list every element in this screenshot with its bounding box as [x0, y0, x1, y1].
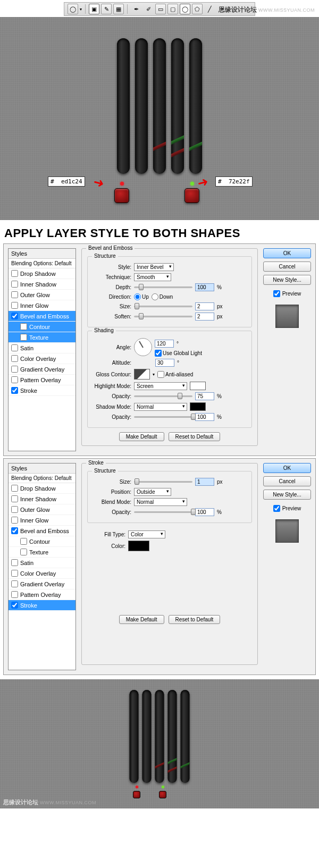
technique-dropdown[interactable]: Smooth — [134, 273, 171, 281]
bar — [153, 38, 166, 174]
rectangle-icon[interactable]: ▭ — [155, 4, 166, 14]
style-item-outer-glow[interactable]: Outer Glow — [9, 290, 75, 300]
altitude-input[interactable] — [155, 359, 174, 367]
chevron-down-icon[interactable]: ▾ — [153, 372, 155, 377]
bar-group — [117, 38, 202, 174]
style-item-inner-glow[interactable]: Inner Glow — [9, 515, 75, 526]
style-item-inner-shadow[interactable]: Inner Shadow — [9, 494, 75, 504]
size-slider[interactable] — [134, 306, 192, 307]
shape-layers-icon[interactable]: ▣ — [89, 4, 99, 14]
soften-slider[interactable] — [134, 316, 192, 317]
new-style-button[interactable]: New Style... — [263, 490, 311, 500]
style-item-drop-shadow[interactable]: Drop Shadow — [9, 483, 75, 494]
direction-down-radio[interactable]: Down — [152, 293, 173, 300]
angle-input[interactable] — [155, 340, 174, 348]
style-item-satin[interactable]: Satin — [9, 343, 75, 353]
style-item-pattern-overlay[interactable]: Pattern Overlay — [9, 375, 75, 385]
shadow-mode-dropdown[interactable]: Normal — [134, 403, 187, 411]
style-item-color-overlay[interactable]: Color Overlay — [9, 353, 75, 364]
ellipse-tool-icon[interactable]: ◯ — [68, 4, 78, 14]
polygon-icon[interactable]: ⬠ — [192, 4, 203, 14]
freeform-pen-icon[interactable]: ✐ — [143, 4, 154, 14]
size-input[interactable] — [195, 302, 214, 310]
highlight-opacity-slider[interactable] — [134, 395, 192, 397]
ok-button[interactable]: OK — [263, 248, 311, 258]
bar — [181, 690, 190, 783]
style-item-inner-glow[interactable]: Inner Glow — [9, 300, 75, 311]
style-item-inner-shadow[interactable]: Inner Shadow — [9, 279, 75, 290]
position-dropdown[interactable]: Outside — [134, 488, 171, 496]
angle-control[interactable] — [134, 338, 152, 356]
watermark: 思缘设计论坛 WWW.MISSYUAN.COM — [3, 798, 96, 806]
stroke-opacity-input[interactable] — [195, 508, 214, 516]
preview-checkbox[interactable]: Preview — [263, 505, 311, 512]
sub-legend: Structure — [92, 468, 118, 474]
style-dropdown[interactable]: Inner Bevel — [134, 263, 174, 271]
styles-list: Styles Blending Options: Default Drop Sh… — [8, 463, 76, 670]
hex-red-label: # ed1c24 — [48, 176, 85, 187]
style-item-texture[interactable]: Texture — [9, 547, 75, 558]
ok-button[interactable]: OK — [263, 463, 311, 473]
highlight-mode-dropdown[interactable]: Screen — [134, 382, 187, 390]
highlight-color-swatch[interactable] — [190, 382, 206, 390]
style-item-satin[interactable]: Satin — [9, 558, 75, 568]
style-item-stroke[interactable]: Stroke — [9, 385, 75, 396]
style-item-gradient-overlay[interactable]: Gradient Overlay — [9, 579, 75, 589]
stroke-size-input[interactable] — [195, 478, 214, 486]
stroke-opacity-slider[interactable] — [134, 511, 192, 513]
label: Angle: — [93, 344, 131, 350]
global-light-checkbox[interactable]: Use Global Light — [155, 350, 202, 357]
style-item-pattern-overlay[interactable]: Pattern Overlay — [9, 589, 75, 600]
new-style-button[interactable]: New Style... — [263, 275, 311, 285]
label: Position: — [93, 489, 131, 495]
cancel-button[interactable]: Cancel — [263, 262, 311, 272]
anti-aliased-checkbox[interactable]: Anti-aliased — [157, 371, 193, 378]
reset-default-button[interactable]: Reset to Default — [169, 615, 221, 624]
red-button-shape — [133, 791, 140, 798]
fill-type-dropdown[interactable]: Color — [128, 530, 165, 538]
style-item-contour[interactable]: Contour — [9, 322, 75, 332]
style-item-color-overlay[interactable]: Color Overlay — [9, 568, 75, 579]
blending-options[interactable]: Blending Options: Default — [9, 259, 75, 268]
direction-up-radio[interactable]: Up — [134, 293, 149, 300]
depth-slider[interactable] — [134, 286, 192, 288]
ellipse-icon[interactable]: ◯ — [180, 4, 190, 14]
style-item-gradient-overlay[interactable]: Gradient Overlay — [9, 364, 75, 375]
style-item-bevel-and-emboss[interactable]: Bevel and Emboss — [9, 311, 75, 322]
style-item-contour[interactable]: Contour — [9, 536, 75, 547]
stroke-color-swatch[interactable] — [128, 541, 149, 551]
styles-header[interactable]: Styles — [9, 464, 75, 474]
layer-style-dialog-stroke: Styles Blending Options: Default Drop Sh… — [3, 458, 316, 675]
rounded-rect-icon[interactable]: ▢ — [167, 4, 178, 14]
label: Opacity: — [93, 509, 131, 515]
stroke-size-slider[interactable] — [134, 481, 192, 483]
blend-mode-dropdown[interactable]: Normal — [134, 498, 187, 506]
shadow-color-swatch[interactable] — [190, 402, 206, 411]
style-item-texture[interactable]: Texture — [9, 332, 75, 343]
dropdown-arrow-icon[interactable]: ▾ — [80, 7, 82, 12]
separator — [85, 4, 86, 14]
pen-icon[interactable]: ✒ — [131, 4, 141, 14]
reset-default-button[interactable]: Reset to Default — [169, 432, 221, 441]
paths-icon[interactable]: ✎ — [101, 4, 112, 14]
preview-checkbox[interactable]: Preview — [263, 290, 311, 297]
depth-input[interactable] — [195, 283, 214, 291]
shadow-opacity-slider[interactable] — [134, 416, 192, 418]
blending-options[interactable]: Blending Options: Default — [9, 474, 75, 483]
make-default-button[interactable]: Make Default — [119, 615, 164, 624]
style-item-outer-glow[interactable]: Outer Glow — [9, 504, 75, 515]
styles-header[interactable]: Styles — [9, 249, 75, 259]
gloss-contour-swatch[interactable] — [134, 369, 150, 380]
style-item-drop-shadow[interactable]: Drop Shadow — [9, 268, 75, 279]
make-default-button[interactable]: Make Default — [119, 432, 164, 441]
style-item-bevel-and-emboss[interactable]: Bevel and Emboss — [9, 526, 75, 536]
line-icon[interactable]: ╱ — [204, 4, 215, 14]
fill-pixels-icon[interactable]: ▦ — [113, 4, 124, 14]
highlight-opacity-input[interactable] — [195, 392, 214, 400]
style-item-stroke[interactable]: Stroke — [9, 600, 75, 611]
canvas-preview-2: 思缘设计论坛 WWW.MISSYUAN.COM — [0, 679, 319, 808]
soften-input[interactable] — [195, 313, 214, 321]
shadow-opacity-input[interactable] — [195, 413, 214, 421]
label: Style: — [93, 264, 131, 270]
cancel-button[interactable]: Cancel — [263, 476, 311, 486]
